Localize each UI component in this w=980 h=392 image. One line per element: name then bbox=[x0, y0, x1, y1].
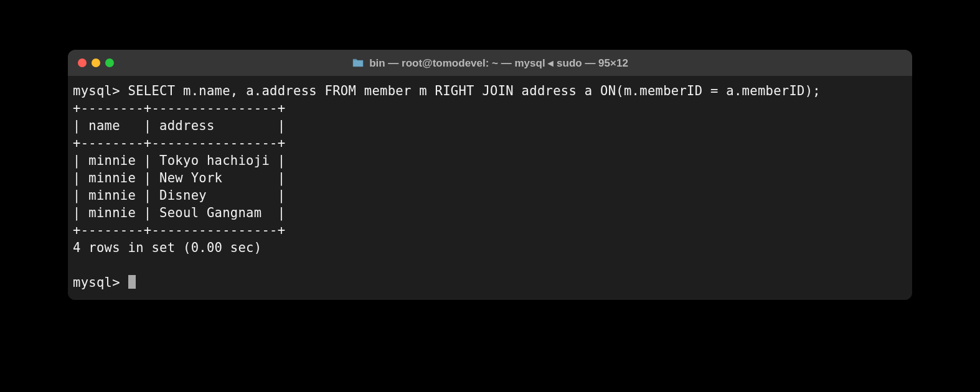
traffic-lights bbox=[78, 58, 114, 67]
folder-icon bbox=[352, 58, 364, 68]
prompt: mysql> bbox=[73, 275, 128, 290]
titlebar: bin — root@tomodevel: ~ — mysql ◂ sudo —… bbox=[68, 50, 912, 76]
table-border-top: +--------+----------------+ bbox=[73, 101, 285, 116]
maximize-icon[interactable] bbox=[105, 58, 114, 67]
title-container: bin — root@tomodevel: ~ — mysql ◂ sudo —… bbox=[68, 57, 912, 70]
table-header: | name | address | bbox=[73, 118, 285, 133]
terminal-window: bin — root@tomodevel: ~ — mysql ◂ sudo —… bbox=[68, 50, 912, 300]
cursor bbox=[128, 275, 136, 289]
table-border-bottom: +--------+----------------+ bbox=[73, 223, 285, 238]
table-border-mid: +--------+----------------+ bbox=[73, 136, 285, 151]
table-row: | minnie | New York | bbox=[73, 170, 285, 185]
sql-query: SELECT m.name, a.address FROM member m R… bbox=[128, 83, 821, 98]
prompt: mysql> bbox=[73, 83, 120, 98]
minimize-icon[interactable] bbox=[92, 58, 100, 67]
table-row: | minnie | Tokyo hachioji | bbox=[73, 153, 285, 168]
status-line: 4 rows in set (0.00 sec) bbox=[73, 240, 261, 255]
table-row: | minnie | Seoul Gangnam | bbox=[73, 205, 285, 220]
window-title: bin — root@tomodevel: ~ — mysql ◂ sudo —… bbox=[369, 57, 628, 70]
table-row: | minnie | Disney | bbox=[73, 188, 285, 203]
close-icon[interactable] bbox=[78, 58, 87, 67]
terminal-body[interactable]: mysql> SELECT m.name, a.address FROM mem… bbox=[68, 76, 912, 300]
